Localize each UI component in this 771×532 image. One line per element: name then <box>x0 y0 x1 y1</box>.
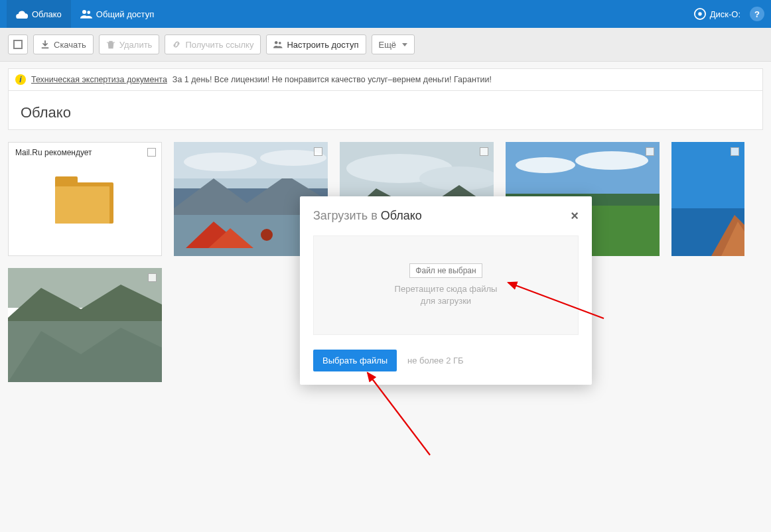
tile-recommend-folder[interactable]: Mail.Ru рекомендует <box>8 142 162 256</box>
more-label: Ещё <box>379 40 397 50</box>
configure-access-button[interactable]: Настроить доступ <box>266 34 366 54</box>
svg-point-14 <box>184 153 257 171</box>
svg-point-5 <box>279 42 281 44</box>
disk-o-label: Диск-О: <box>710 9 740 19</box>
delete-label: Удалить <box>119 40 153 50</box>
header-tab-cloud[interactable]: Облако <box>7 0 71 28</box>
svg-point-4 <box>275 41 277 44</box>
more-button[interactable]: Ещё <box>372 34 415 54</box>
chevron-down-icon <box>402 43 407 46</box>
download-button[interactable]: Скачать <box>33 34 94 54</box>
tile-checkbox[interactable] <box>147 148 156 157</box>
modal-title: Загрузить в Облако <box>313 209 422 223</box>
dropzone-line2: для загрузки <box>421 296 471 306</box>
download-icon <box>40 40 50 49</box>
people-icon <box>273 40 283 49</box>
breadcrumb: Облако <box>8 91 763 130</box>
disk-o-button[interactable]: Диск-О: <box>694 8 740 20</box>
tile-image[interactable] <box>671 142 744 256</box>
svg-point-1 <box>87 11 90 14</box>
trash-icon <box>106 40 115 49</box>
configure-access-label: Настроить доступ <box>287 40 358 50</box>
modal-title-prefix: Загрузить в <box>313 209 381 222</box>
dropzone-text: Перетащите сюда файлы для загрузки <box>395 283 498 306</box>
upload-limit-label: не более 2 ГБ <box>407 356 463 366</box>
svg-point-11 <box>261 229 273 241</box>
modal-title-strong: Облако <box>381 209 422 222</box>
header-tab-shared-label: Общий доступ <box>96 9 154 19</box>
tile-image[interactable] <box>8 268 162 382</box>
disk-icon <box>694 8 706 20</box>
tile-checkbox[interactable] <box>480 147 488 156</box>
file-status-chip: Файл не выбран <box>409 263 482 278</box>
svg-point-0 <box>82 10 86 14</box>
app-header: Облако Общий доступ Диск-О: ? <box>0 0 771 28</box>
select-files-button[interactable]: Выбрать файлы <box>313 350 397 371</box>
svg-rect-34 <box>8 321 162 382</box>
folder-icon <box>55 176 115 224</box>
delete-button[interactable]: Удалить <box>99 34 160 54</box>
page-title: Облако <box>21 104 71 121</box>
link-icon <box>172 40 181 49</box>
get-link-label: Получить ссылку <box>185 40 253 50</box>
ad-bar: i Техническая экспертиза документа За 1 … <box>8 68 763 91</box>
svg-point-23 <box>575 151 648 170</box>
cloud-icon <box>16 9 28 19</box>
header-tab-shared[interactable]: Общий доступ <box>71 0 163 28</box>
get-link-button[interactable]: Получить ссылку <box>165 34 261 54</box>
tile-checkbox[interactable] <box>148 273 157 282</box>
ad-icon: i <box>15 74 26 85</box>
dropzone-line1: Перетащите сюда файлы <box>395 284 498 294</box>
ad-text: За 1 день! Все лицензии! Не понравится к… <box>173 75 492 84</box>
help-button[interactable]: ? <box>750 7 764 21</box>
svg-point-3 <box>698 12 701 15</box>
upload-modal: Загрузить в Облако × Файл не выбран Пере… <box>300 196 592 385</box>
people-icon <box>80 9 92 19</box>
tile-checkbox[interactable] <box>646 147 654 156</box>
svg-point-22 <box>516 157 575 173</box>
header-right: Диск-О: ? <box>694 7 764 21</box>
tile-label: Mail.Ru рекомендует <box>15 148 92 157</box>
tile-checkbox[interactable] <box>731 147 739 156</box>
help-icon: ? <box>754 9 760 19</box>
tile-checkbox[interactable] <box>314 147 322 156</box>
ad-link[interactable]: Техническая экспертиза документа <box>31 75 167 84</box>
download-label: Скачать <box>54 40 86 50</box>
select-all-checkbox[interactable] <box>8 34 28 54</box>
modal-close-button[interactable]: × <box>571 208 579 224</box>
header-tab-cloud-label: Облако <box>32 9 62 19</box>
toolbar: Скачать Удалить Получить ссылку Настроит… <box>0 28 771 62</box>
dropzone[interactable]: Файл не выбран Перетащите сюда файлы для… <box>313 235 579 335</box>
